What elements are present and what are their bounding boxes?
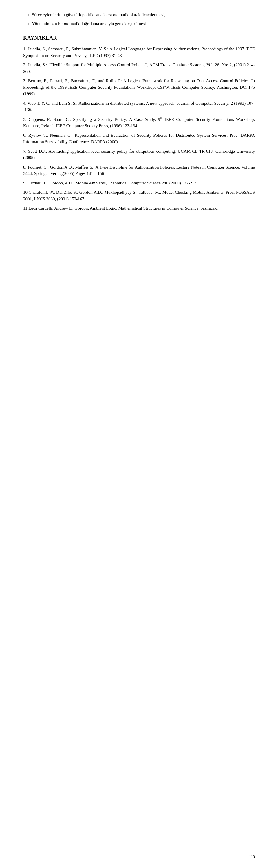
ref-number-7: 7.: [23, 149, 28, 154]
ref-number-2: 2.: [23, 62, 28, 67]
reference-item-10: 10.Charatonik W., Dal Zilio S., Gordon A…: [23, 189, 255, 202]
ref-number-5: 5.: [23, 117, 29, 122]
ref-number-6: 6.: [23, 133, 28, 137]
bullet-item-1: Süreç eylemlerinin güvenlik politikasına…: [32, 11, 255, 18]
ref-number-1: 1.: [23, 46, 28, 51]
section-heading: KAYNAKLAR: [23, 35, 255, 41]
bullet-item-2: Yöntemimizin bir otomatik doğrulama arac…: [32, 21, 255, 27]
ref-number-11: 11.: [23, 206, 28, 211]
reference-item-2: 2. Jajodia, S.: “Flexible Support for Mu…: [23, 62, 255, 74]
page-container: Süreç eylemlerinin güvenlik politikasına…: [0, 0, 278, 868]
reference-item-1: 1. Jajodia, S., Samarati, P., Subrahmani…: [23, 46, 255, 59]
reference-item-11: 11.Luca Cardelli, Andrew D. Gordon, Ambi…: [23, 205, 255, 212]
reference-item-8: 8. Fournet, C., Gordon,A.D., Maffeis,S.:…: [23, 164, 255, 177]
ref-number-10: 10.: [23, 190, 29, 194]
references-section: 1. Jajodia, S., Samarati, P., Subrahmani…: [23, 46, 255, 212]
content-area: Süreç eylemlerinin güvenlik politikasına…: [23, 11, 255, 212]
reference-item-9: 9. Cardelli, L., Gordon, A.D., Mobile Am…: [23, 180, 255, 186]
reference-item-6: 6. Ryutov, T., Neuman, C.: Representatio…: [23, 132, 255, 145]
reference-item-3: 3. Bertino, E., Ferrari, E., Buccafurri,…: [23, 78, 255, 97]
bullet-section: Süreç eylemlerinin güvenlik politikasına…: [23, 11, 255, 27]
reference-item-5: 5. Cuppens, F., Saurel,C.: Specifying a …: [23, 116, 255, 129]
page-number: 110: [249, 855, 255, 859]
ref-number-4: 4.: [23, 101, 28, 105]
ref-number-9: 9.: [23, 181, 28, 185]
ref-number-8: 8.: [23, 165, 28, 169]
bullet-list: Süreç eylemlerinin güvenlik politikasına…: [23, 11, 255, 27]
ref-number-3: 3.: [23, 79, 28, 83]
reference-item-7: 7. Scott D.J., Abstracting application-l…: [23, 148, 255, 161]
reference-item-4: 4. Woo T. Y. C. and Lam S. S.: Authoriza…: [23, 100, 255, 113]
